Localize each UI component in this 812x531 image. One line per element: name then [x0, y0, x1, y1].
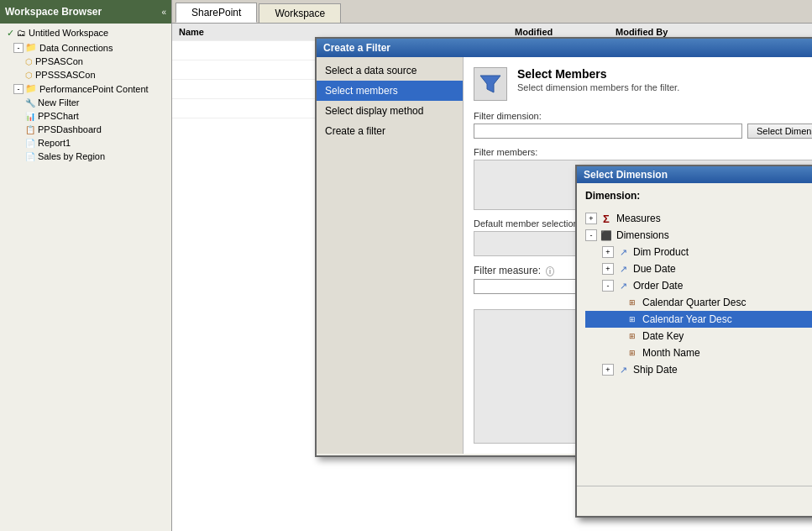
tree-item-dim-product[interactable]: + ↗ Dim Product: [585, 244, 812, 260]
tree-item-measures[interactable]: + Σ Measures: [585, 210, 812, 227]
expand-ship-date[interactable]: +: [602, 364, 614, 376]
sidebar-item-label: Data Connections: [39, 43, 113, 53]
filter-dimension-controls: Select Dimension...: [474, 124, 812, 139]
nav-item-select-datasource[interactable]: Select a data source: [317, 60, 463, 81]
tree-label-cal-quarter: Calendar Quarter Desc: [642, 297, 746, 308]
dialog-header-area: Select Members Select dimension members …: [474, 67, 812, 101]
expand-icon[interactable]: -: [13, 84, 24, 94]
measure-node-icon: ⊞: [626, 313, 639, 326]
tree-item-cal-year-desc[interactable]: ⊞ Calendar Year Desc: [585, 311, 812, 328]
nav-item-select-display[interactable]: Select display method: [317, 101, 463, 121]
check-icon: ✓: [3, 27, 14, 39]
filter-dimension-label: Filter dimension:: [474, 111, 812, 121]
sidebar-item-label: PPSASCon: [35, 56, 83, 66]
col-name: Name: [179, 27, 515, 37]
tree-label-measures: Measures: [616, 213, 661, 224]
report-icon: 📄: [25, 152, 35, 161]
dim-icon: ↗: [616, 245, 630, 259]
tree-item-dimensions[interactable]: - ⬛ Dimensions: [585, 227, 812, 244]
report-icon: 📄: [25, 139, 35, 148]
sigma-icon: Σ: [600, 212, 613, 225]
chart-icon: 📊: [25, 112, 35, 121]
tree-label-dim-product: Dim Product: [633, 246, 689, 258]
dimension-label-row: Dimension:: [577, 183, 812, 202]
svg-marker-0: [480, 76, 500, 92]
filter-dialog-title: Create a Filter: [323, 42, 390, 54]
sidebar-item-label: Sales by Region: [38, 151, 105, 161]
filter-icon: 🔧: [25, 98, 35, 108]
tree-item-ship-date[interactable]: + ↗ Ship Date: [585, 361, 812, 378]
dim-icon: ↗: [616, 262, 630, 276]
sidebar-collapse-btn[interactable]: «: [161, 8, 166, 17]
top-tab-bar: SharePoint Workspace: [172, 0, 812, 24]
dimension-dialog-titlebar: Select Dimension _ ◻ ✕: [577, 166, 812, 183]
tree-item-cal-quarter-desc[interactable]: ⊞ Calendar Quarter Desc: [585, 294, 812, 311]
filter-dimension-input[interactable]: [474, 124, 742, 139]
sidebar-item-report1[interactable]: 📄 Report1: [0, 136, 171, 150]
sidebar-item-performancepoint[interactable]: - 📁 PerformancePoint Content: [0, 81, 171, 96]
dimension-dialog-footer: OK Cancel: [577, 486, 812, 516]
expand-dim-product[interactable]: +: [602, 246, 614, 258]
sidebar-item-label: PPSSSASCon: [35, 70, 96, 80]
main-area: SharePoint Workspace Name Modified Modif…: [172, 0, 812, 531]
sidebar-item-new-filter[interactable]: 🔧 New Filter: [0, 96, 171, 109]
folder-icon: 📁: [25, 42, 37, 53]
measure-node-icon: ⊞: [626, 296, 639, 309]
sidebar-item-label: PerformancePoint Content: [39, 84, 149, 94]
tree-label-order-date: Order Date: [633, 280, 683, 292]
dashboard-icon: 📋: [25, 125, 35, 134]
select-dimension-dialog: Select Dimension _ ◻ ✕ Dimension: + Σ Me…: [575, 165, 812, 518]
tab-sharepoint[interactable]: SharePoint: [175, 3, 257, 23]
dimension-dialog-title: Select Dimension: [584, 169, 668, 181]
expand-icon[interactable]: -: [13, 43, 24, 53]
filter-dialog-icon: [474, 67, 507, 101]
sidebar-item-label: New Filter: [38, 97, 80, 108]
datasource-icon: ⬡: [25, 71, 33, 80]
info-icon[interactable]: i: [546, 266, 554, 276]
select-dimension-btn[interactable]: Select Dimension...: [747, 124, 812, 139]
filter-dimension-row: Filter dimension: Select Dimension...: [474, 111, 812, 139]
sidebar: Workspace Browser « ✓ 🗂 Untitled Workspa…: [0, 0, 172, 531]
measure-node-icon: ⊞: [626, 329, 639, 343]
sidebar-item-label: PPSDashboard: [38, 124, 102, 134]
nav-item-create-filter[interactable]: Create a filter: [317, 121, 463, 141]
expand-due-date[interactable]: +: [602, 263, 614, 275]
tree-label-due-date: Due Date: [633, 263, 676, 275]
dialog-heading: Select Members: [517, 67, 679, 81]
sidebar-item-untitled-workspace[interactable]: ✓ 🗂 Untitled Workspace: [0, 25, 171, 40]
sidebar-item-ppssascon[interactable]: ⬡ PPSSSASCon: [0, 68, 171, 81]
sidebar-item-ppsascon[interactable]: ⬡ PPSASCon: [0, 55, 171, 68]
dimension-label: Dimension:: [585, 190, 640, 202]
expand-measures[interactable]: +: [585, 213, 597, 224]
dimension-tree: + Σ Measures - ⬛ Dimensions + ↗ Dim Prod…: [585, 210, 812, 378]
filter-members-label: Filter members:: [474, 147, 812, 157]
sidebar-item-label: Untitled Workspace: [29, 28, 108, 38]
cube-icon: ⬛: [600, 229, 613, 242]
sidebar-item-ppsdashboard[interactable]: 📋 PPSDashboard: [0, 123, 171, 136]
dialog-description: Select dimension members for the filter.: [517, 82, 679, 92]
dim-icon: ↗: [616, 363, 630, 376]
folder-icon: 📁: [25, 83, 37, 94]
expand-order-date[interactable]: -: [602, 280, 614, 292]
tree-item-due-date[interactable]: + ↗ Due Date: [585, 260, 812, 277]
sidebar-item-data-connections[interactable]: - 📁 Data Connections: [0, 40, 171, 55]
expand-dimensions[interactable]: -: [585, 229, 597, 241]
datasource-icon: ⬡: [25, 57, 33, 66]
col-modified: Modified: [515, 27, 616, 37]
sidebar-item-ppschart[interactable]: 📊 PPSChart: [0, 109, 171, 123]
sidebar-item-label: Report1: [38, 138, 71, 148]
sidebar-header: Workspace Browser «: [0, 0, 171, 24]
sidebar-title: Workspace Browser: [5, 6, 102, 18]
measure-node-icon: ⊞: [626, 346, 639, 360]
sidebar-tree: ✓ 🗂 Untitled Workspace - 📁 Data Connecti…: [0, 24, 171, 165]
sidebar-item-sales-by-region[interactable]: 📄 Sales by Region: [0, 150, 171, 163]
tab-workspace[interactable]: Workspace: [259, 3, 341, 23]
tree-item-order-date[interactable]: - ↗ Order Date: [585, 277, 812, 294]
col-modified-by: Modified By: [616, 27, 668, 37]
dialog-title-section: Select Members Select dimension members …: [517, 67, 679, 92]
tree-label-ship-date: Ship Date: [633, 364, 678, 376]
nav-item-select-members[interactable]: Select members: [317, 81, 463, 101]
tree-item-month-name[interactable]: ⊞ Month Name: [585, 344, 812, 361]
filter-dialog-titlebar: Create a Filter ✕: [317, 39, 812, 57]
tree-item-date-key[interactable]: ⊞ Date Key: [585, 328, 812, 344]
